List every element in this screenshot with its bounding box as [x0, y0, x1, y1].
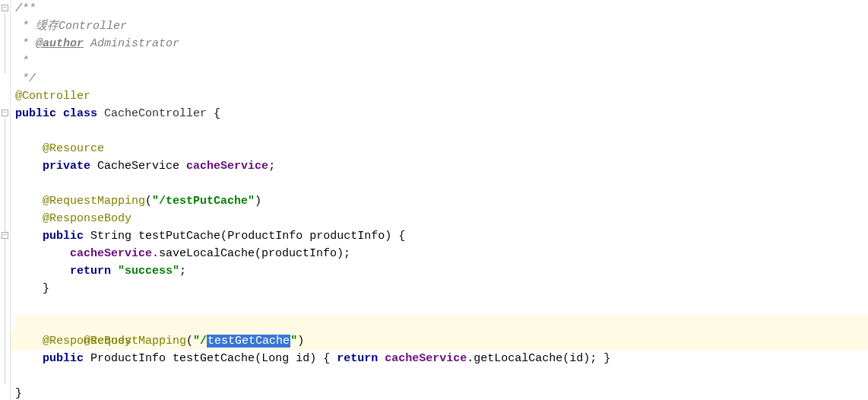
code-line[interactable]: }: [15, 385, 868, 400]
code-line[interactable]: public class CacheController {: [15, 105, 868, 122]
code-line[interactable]: }: [15, 280, 868, 297]
code-line[interactable]: * @author Administrator: [15, 35, 868, 52]
code-line[interactable]: cacheService.saveLocalCache(productInfo)…: [15, 245, 868, 262]
fold-marker[interactable]: −: [2, 232, 8, 239]
code-line[interactable]: [15, 175, 868, 192]
code-line[interactable]: public String testPutCache(ProductInfo p…: [15, 227, 868, 245]
code-line-active[interactable]: @RequestMapping("/testGetCache"): [15, 315, 868, 332]
code-line[interactable]: @Resource: [15, 140, 868, 157]
code-line[interactable]: @Controller: [15, 87, 868, 105]
code-line[interactable]: [15, 367, 868, 385]
fold-marker[interactable]: −: [2, 5, 8, 11]
code-line[interactable]: *: [15, 52, 868, 70]
code-line[interactable]: @ResponseBody: [15, 332, 868, 350]
code-editor[interactable]: − − − /** * 缓存Controller * @author Admin…: [0, 0, 868, 400]
fold-marker[interactable]: −: [2, 110, 8, 116]
code-line[interactable]: /**: [15, 0, 868, 17]
code-line[interactable]: [15, 297, 868, 315]
code-area[interactable]: /** * 缓存Controller * @author Administrat…: [11, 0, 868, 400]
code-line[interactable]: [15, 122, 868, 140]
code-line[interactable]: @RequestMapping("/testPutCache"): [15, 192, 868, 210]
code-line[interactable]: return "success";: [15, 262, 868, 280]
code-line[interactable]: public ProductInfo testGetCache(Long id)…: [15, 350, 868, 367]
gutter: − − −: [0, 0, 11, 400]
intention-bulb-icon[interactable]: [0, 317, 2, 328]
code-line[interactable]: private CacheService cacheService;: [15, 157, 868, 175]
code-line[interactable]: */: [15, 70, 868, 87]
code-line[interactable]: @ResponseBody: [15, 210, 868, 227]
code-line[interactable]: * 缓存Controller: [15, 17, 868, 35]
